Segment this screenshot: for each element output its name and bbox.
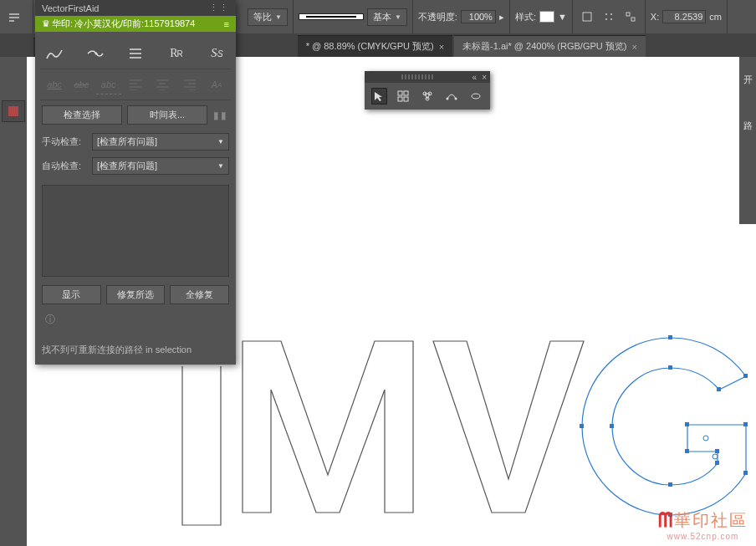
chevron-down-icon: ▼ — [217, 162, 224, 170]
manual-check-select[interactable]: [检查所有问题] ▼ — [92, 133, 229, 151]
text-tool-icon: abc — [96, 74, 121, 94]
panel-menu-icon[interactable]: ≡ — [224, 19, 229, 29]
stroke-preset-dropdown[interactable]: 基本▼ — [367, 8, 407, 26]
path-simplify-icon[interactable] — [42, 43, 67, 64]
lines-icon[interactable] — [123, 43, 148, 64]
anchor-point[interactable] — [743, 374, 748, 378]
vectorfirstaid-panel: VectorFirstAid ⋮⋮ ♛ 华印: 冷小莫汉化/印前:1157919… — [35, 0, 236, 365]
app-menu-icon[interactable] — [5, 8, 23, 26]
preset-label: 基本 — [373, 11, 391, 23]
panel-titlebar[interactable]: VectorFirstAid ⋮⋮ — [35, 0, 236, 16]
fix-all-button[interactable]: 全修复 — [170, 285, 229, 304]
anchor-point[interactable] — [685, 422, 689, 426]
anchor-point[interactable] — [610, 424, 614, 428]
svg-point-18 — [472, 94, 480, 99]
svg-rect-11 — [398, 97, 402, 101]
timeline-button[interactable]: 时间表... — [127, 105, 207, 125]
doc-setup-icon[interactable] — [578, 8, 596, 26]
close-icon[interactable]: × — [482, 73, 487, 82]
svg-rect-10 — [404, 91, 408, 95]
results-list[interactable] — [42, 185, 229, 277]
dock-label-open: 开 — [743, 74, 753, 86]
anchor-point[interactable] — [715, 461, 719, 465]
opacity-stepper-icon[interactable]: ▸ — [499, 12, 504, 23]
collapse-icon[interactable]: « — [472, 73, 478, 82]
watermark-logo-icon: ᗰ — [658, 508, 672, 532]
left-toolbar — [0, 33, 27, 546]
dock-label-path: 路 — [743, 120, 753, 132]
glyph-outline-g-selected[interactable] — [582, 338, 746, 515]
chevron-down-icon: ▼ — [558, 12, 567, 22]
chevron-down-icon: ▼ — [275, 13, 282, 21]
grid-tool-icon[interactable] — [396, 88, 411, 105]
watermark-url: www.52cnp.com — [658, 532, 748, 541]
svg-point-2 — [610, 13, 612, 15]
ratio-dropdown[interactable]: 等比▼ — [248, 8, 288, 26]
close-icon[interactable]: × — [439, 42, 444, 52]
svg-rect-9 — [398, 91, 402, 95]
pause-icon[interactable]: ▮▮ — [212, 108, 229, 123]
fix-selected-button[interactable]: 修复所选 — [106, 285, 166, 304]
crown-icon: ♛ — [42, 18, 50, 29]
align-right-icon — [177, 74, 202, 94]
stroke-preview[interactable] — [299, 13, 364, 20]
panel-title: VectorFirstAid — [42, 3, 99, 13]
glyph-outline-m — [243, 341, 413, 513]
grip-icon[interactable] — [401, 74, 435, 79]
svg-rect-7 — [8, 106, 18, 116]
align-panel-icon[interactable] — [600, 8, 618, 26]
chevron-down-icon: ▼ — [395, 13, 401, 21]
center-handle[interactable] — [713, 454, 718, 459]
align-center-icon — [150, 74, 175, 94]
anchor-point[interactable] — [580, 424, 584, 428]
transform-panel-icon[interactable] — [621, 8, 640, 26]
replace-font-icon[interactable]: RR — [164, 43, 189, 64]
close-icon[interactable]: × — [631, 42, 636, 52]
anchor-point[interactable] — [668, 365, 672, 370]
center-handle[interactable] — [703, 436, 708, 441]
anchor-point[interactable] — [743, 422, 748, 426]
anchor-point[interactable] — [743, 471, 748, 475]
panel-status: 找不到可重新连接的路径 in selection — [35, 337, 236, 365]
palette-header[interactable]: « × — [365, 71, 490, 83]
auto-check-row: 自动检查: [检查所有问题] ▼ — [40, 154, 231, 178]
svg-point-3 — [605, 18, 607, 20]
svg-rect-6 — [631, 18, 635, 21]
line-sample — [306, 16, 356, 18]
document-tab[interactable]: 未标题-1.ai* @ 2400% (RGB/GPU 预览) × — [454, 35, 646, 57]
palette-body — [365, 83, 490, 110]
info-icon[interactable]: ⓘ — [40, 309, 231, 330]
tool-slot[interactable] — [2, 100, 25, 122]
chevron-down-icon: ▼ — [217, 138, 224, 145]
select-value: [检查所有问题] — [97, 160, 157, 172]
panel-drag-dots-icon[interactable]: ⋮⋮ — [209, 3, 229, 13]
style-swap-icon[interactable]: S·S — [204, 43, 229, 64]
tool-row-disabled: abc abc abc AA — [40, 69, 231, 100]
show-button[interactable]: 显示 — [42, 285, 101, 304]
opacity-label: 不透明度: — [418, 11, 457, 23]
check-selection-button[interactable]: 检查选择 — [42, 105, 122, 125]
right-dock[interactable]: 开 路 — [739, 57, 756, 224]
glyph-outline-v — [433, 341, 584, 513]
shape-tool-icon[interactable] — [467, 88, 483, 105]
curve-tool-icon[interactable] — [443, 88, 459, 105]
svg-point-17 — [454, 98, 457, 100]
anchor-point[interactable] — [668, 482, 672, 487]
x-input[interactable] — [662, 10, 706, 23]
node-tool-icon[interactable] — [420, 88, 436, 105]
anchor-point[interactable] — [717, 387, 721, 391]
ratio-label: 等比 — [253, 11, 272, 23]
selection-tool-icon[interactable] — [371, 88, 387, 105]
credit-author: 冷小莫汉化/印前:1157919874 — [74, 18, 195, 30]
auto-check-select[interactable]: [检查所有问题] ▼ — [92, 157, 229, 175]
document-tab[interactable]: * @ 88.89% (CMYK/GPU 预览) × — [298, 35, 452, 57]
opacity-input[interactable] — [461, 10, 496, 23]
svg-point-4 — [610, 18, 612, 20]
manual-check-label: 手动检查: — [42, 135, 87, 148]
anchor-point[interactable] — [715, 449, 719, 453]
anchor-point[interactable] — [668, 335, 672, 339]
floating-toolbar[interactable]: « × — [365, 71, 490, 110]
style-swatch[interactable] — [539, 11, 554, 23]
anchor-point[interactable] — [685, 449, 689, 453]
path-cut-icon[interactable] — [83, 43, 108, 64]
